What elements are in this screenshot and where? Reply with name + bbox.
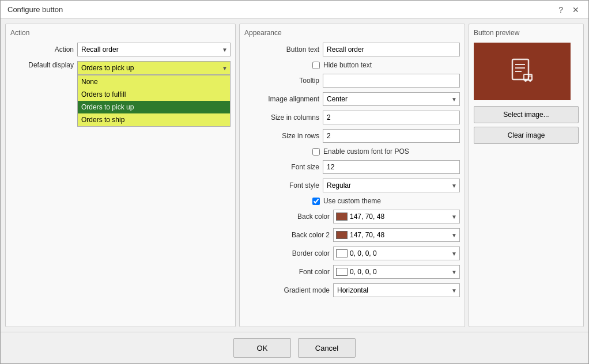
svg-point-7	[529, 79, 531, 82]
back-color-dropdown[interactable]: 147, 70, 48 ▼	[333, 210, 460, 223]
button-text-row: Button text	[244, 43, 460, 56]
back-color-select-wrapper: 147, 70, 48 ▼	[333, 210, 460, 223]
font-size-row: Font size	[244, 160, 460, 174]
font-style-dropdown-wrapper: Regular ▼	[323, 179, 460, 192]
font-color-row: Font color 0, 0, 0, 0 ▼	[255, 265, 460, 279]
use-custom-theme-checkbox[interactable]	[312, 198, 320, 205]
font-color-swatch	[336, 268, 348, 276]
cancel-button[interactable]: Cancel	[298, 338, 356, 358]
border-color-swatch	[336, 249, 348, 257]
preview-panel: Button preview Select image... Clear ima…	[469, 24, 584, 327]
font-size-label: Font size	[244, 163, 319, 171]
dropdown-item-fulfill[interactable]: Orders to fulfill	[78, 88, 230, 101]
back-color-value: 147, 70, 48	[350, 213, 384, 221]
configure-button-dialog: Configure button ? ✕ Action Action Recal…	[0, 0, 589, 364]
border-color-row: Border color 0, 0, 0, 0 ▼	[255, 247, 460, 260]
default-display-dropdown-list: None Orders to fulfill Orders to pick up…	[77, 75, 231, 127]
font-style-value: Regular	[327, 181, 351, 189]
border-color-select-wrapper: 0, 0, 0, 0 ▼	[333, 247, 460, 260]
hide-button-text-label: Hide button text	[323, 61, 372, 69]
font-size-input[interactable]	[323, 160, 460, 174]
image-alignment-label: Image alignment	[244, 95, 319, 103]
dialog-body: Action Action Recall order ▼ Default dis…	[1, 19, 588, 332]
back-color2-row: Back color 2 147, 70, 48 ▼	[255, 228, 460, 242]
font-color-dropdown[interactable]: 0, 0, 0, 0 ▼	[333, 265, 460, 279]
border-color-arrow: ▼	[451, 251, 457, 257]
preview-section-title: Button preview	[474, 29, 579, 37]
font-style-label: Font style	[244, 181, 319, 189]
back-color-row: Back color 147, 70, 48 ▼	[255, 210, 460, 223]
font-style-row: Font style Regular ▼	[244, 179, 460, 192]
hide-button-text-checkbox[interactable]	[312, 62, 320, 69]
default-display-dropdown[interactable]: Orders to pick up ▼	[77, 61, 231, 75]
size-rows-row: Size in rows	[244, 129, 460, 143]
action-dropdown[interactable]: Recall order ▼	[77, 43, 231, 56]
default-display-row: Default display Orders to pick up ▼ None…	[10, 61, 231, 75]
font-style-arrow: ▼	[451, 183, 457, 189]
size-columns-input[interactable]	[323, 111, 460, 124]
back-color2-swatch	[336, 231, 348, 239]
gradient-mode-arrow: ▼	[451, 287, 457, 294]
title-bar: Configure button ? ✕	[1, 1, 588, 19]
default-display-dropdown-wrapper: Orders to pick up ▼ None Orders to fulfi…	[77, 61, 231, 75]
svg-rect-0	[512, 59, 528, 79]
back-color2-arrow: ▼	[451, 232, 457, 238]
dialog-footer: OK Cancel	[1, 332, 588, 363]
border-color-dropdown[interactable]: 0, 0, 0, 0 ▼	[333, 247, 460, 260]
size-columns-label: Size in columns	[244, 113, 319, 122]
default-display-arrow: ▼	[222, 65, 228, 71]
image-alignment-value: Center	[327, 95, 348, 103]
font-color-select-wrapper: 0, 0, 0, 0 ▼	[333, 265, 460, 279]
image-alignment-arrow: ▼	[451, 96, 457, 103]
dropdown-item-none[interactable]: None	[78, 75, 230, 88]
ok-button[interactable]: OK	[233, 338, 291, 358]
action-dropdown-wrapper: Recall order ▼	[77, 43, 231, 56]
border-color-value: 0, 0, 0, 0	[350, 249, 377, 257]
gradient-mode-dropdown-wrapper: Horizontal ▼	[333, 283, 460, 297]
preview-icon	[508, 57, 537, 86]
enable-custom-font-checkbox[interactable]	[312, 148, 320, 156]
action-panel: Action Action Recall order ▼ Default dis…	[5, 24, 236, 327]
button-text-label: Button text	[244, 46, 319, 54]
tooltip-label: Tooltip	[244, 77, 319, 85]
size-columns-row: Size in columns	[244, 111, 460, 124]
back-color2-select-wrapper: 147, 70, 48 ▼	[333, 228, 460, 242]
enable-custom-font-row: Enable custom font for POS	[312, 147, 460, 156]
help-button[interactable]: ?	[556, 5, 565, 14]
action-label: Action	[10, 46, 74, 54]
title-bar-buttons: ? ✕	[556, 5, 582, 14]
font-style-dropdown[interactable]: Regular ▼	[323, 179, 460, 192]
tooltip-input[interactable]	[323, 74, 460, 88]
back-color2-dropdown[interactable]: 147, 70, 48 ▼	[333, 228, 460, 242]
hide-button-text-row: Hide button text	[312, 61, 460, 69]
default-display-label: Default display	[10, 61, 74, 69]
border-color-label: Border color	[255, 249, 330, 257]
action-dropdown-arrow: ▼	[222, 47, 228, 53]
select-image-button[interactable]: Select image...	[474, 106, 579, 123]
gradient-mode-row: Gradient mode Horizontal ▼	[255, 283, 460, 297]
font-color-value: 0, 0, 0, 0	[350, 268, 377, 276]
appearance-panel: Appearance Button text Hide button text …	[239, 24, 465, 327]
use-custom-theme-label: Use custom theme	[323, 197, 381, 205]
gradient-mode-value: Horizontal	[337, 286, 368, 294]
size-rows-input[interactable]	[323, 129, 460, 143]
image-alignment-dropdown[interactable]: Center ▼	[323, 92, 460, 106]
gradient-mode-dropdown[interactable]: Horizontal ▼	[333, 283, 460, 297]
svg-point-6	[524, 79, 527, 82]
button-preview-area	[474, 43, 571, 100]
back-color-label: Back color	[255, 213, 330, 221]
default-display-value: Orders to pick up	[81, 64, 134, 72]
back-color-swatch	[336, 213, 348, 221]
appearance-form: Button text Hide button text Tooltip Ima…	[244, 43, 460, 297]
size-rows-label: Size in rows	[244, 132, 319, 140]
dropdown-item-pickup[interactable]: Orders to pick up	[78, 101, 230, 113]
action-dropdown-value: Recall order	[81, 46, 119, 54]
image-alignment-dropdown-wrapper: Center ▼	[323, 92, 460, 106]
action-section-title: Action	[10, 29, 231, 37]
enable-custom-font-label: Enable custom font for POS	[323, 147, 409, 156]
clear-image-button[interactable]: Clear image	[474, 127, 579, 144]
button-text-input[interactable]	[323, 43, 460, 56]
tooltip-row: Tooltip	[244, 74, 460, 88]
dropdown-item-ship[interactable]: Orders to ship	[78, 113, 230, 126]
close-button[interactable]: ✕	[570, 5, 582, 14]
